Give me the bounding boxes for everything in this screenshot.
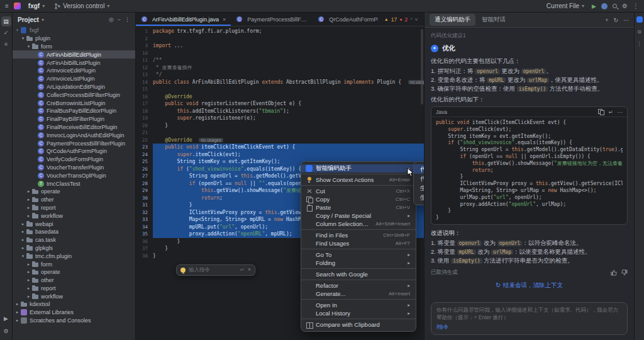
tree-item[interactable]: ▸other	[13, 276, 135, 285]
close-icon[interactable]: ×	[248, 266, 251, 274]
run-config-selector[interactable]: Current File▾	[544, 3, 587, 9]
tree-item[interactable]: FinalBusPayBillEditorPlugin	[13, 107, 135, 115]
tree-item[interactable]: ArInvoiceListPlugin	[13, 75, 135, 83]
tree-item[interactable]: ArFinAbiBillListPlugin	[13, 59, 135, 67]
menu-item[interactable]: Compare with Clipboard	[301, 320, 416, 329]
menu-item[interactable]: Go To▸	[301, 251, 416, 259]
submenu-item[interactable]: 代码解释	[414, 164, 424, 174]
menu-item[interactable]: Find UsagesAlt+F7	[301, 239, 416, 247]
code-line[interactable]: 15	[136, 86, 424, 93]
tree-item[interactable]: ▸operate	[13, 188, 135, 196]
tree-item[interactable]: ▾plugin	[13, 35, 135, 43]
tree-item[interactable]: FinalPayBillFilterPlugin	[13, 115, 135, 123]
code-line[interactable]: 2	[136, 35, 424, 43]
panel-options-icon[interactable]: ⋮	[125, 16, 130, 23]
structure-icon[interactable]: ≡	[1, 39, 11, 49]
thumbs-down-icon[interactable]	[621, 269, 628, 276]
menu-item[interactable]: CopyCtrl+C	[301, 195, 416, 203]
menu-item[interactable]: CutCtrl+X	[301, 187, 416, 195]
next-issue-icon[interactable]: v	[415, 16, 418, 22]
thumbs-up-icon[interactable]	[611, 269, 617, 276]
tree-item[interactable]: InnvocLoginAndAuthEditPlugin	[13, 131, 135, 139]
tree-item[interactable]: PaymentProcessBillFilterPlugin	[13, 139, 135, 147]
menu-item[interactable]: Show Context ActionsAlt+Enter	[301, 176, 416, 184]
submenu-item[interactable]: 代码优化	[414, 174, 424, 183]
code-line[interactable]: 14public class ArFinAbiBillEditPlugin ex…	[136, 79, 424, 86]
menu-item[interactable]: Refactor▸	[301, 281, 416, 290]
copy-code-icon[interactable]	[598, 109, 604, 115]
tab-smart-chat[interactable]: 智能对话	[477, 14, 511, 26]
tree-item[interactable]: ▸webapi	[13, 220, 135, 228]
tree-item[interactable]: VoucherTransferPlugin	[13, 164, 135, 172]
locate-file-icon[interactable]: ◎	[109, 16, 114, 23]
tree-item[interactable]: VoucherTransOplPlugin	[13, 171, 135, 179]
menu-item[interactable]: Local History▸	[301, 309, 416, 317]
code-line[interactable]: 16 @Override	[136, 93, 424, 101]
tree-item[interactable]: ▾tmc.cfm.plugin	[13, 252, 135, 260]
project-icon[interactable]: ▤	[1, 16, 11, 26]
tree-item[interactable]: ▾form	[13, 43, 135, 51]
submenu-item[interactable]: 生成注释	[414, 183, 424, 193]
tree-item[interactable]: ▸workflow	[13, 212, 135, 220]
tree-item[interactable]: ▸basedata	[13, 228, 135, 236]
insert-code-icon[interactable]: ↵	[608, 109, 613, 115]
code-line[interactable]: 24 super.itemClick(evt);	[136, 151, 424, 159]
close-tab-icon[interactable]: ×	[223, 16, 226, 23]
new-chat-icon[interactable]: +	[605, 17, 608, 23]
tree-item[interactable]: ▸form	[13, 260, 135, 268]
run-icon[interactable]: ▶	[1, 314, 11, 324]
chat-input[interactable]: 你有什么问题尽管问我，输入详细描述和上下文（如需求、代码），我会尽力帮助你（提示…	[431, 302, 628, 335]
command-hint[interactable]: /指令	[436, 324, 622, 331]
menu-item[interactable]: Copy / Paste Special▸	[301, 212, 416, 220]
tree-item[interactable]: ▸cas.task	[13, 236, 135, 244]
code-line[interactable]: 20 }	[136, 122, 424, 130]
tree-item[interactable]: ▸glpkgls	[13, 244, 135, 252]
main-menu-icon[interactable]: ≡	[5, 0, 9, 13]
code-line[interactable]: 3import ...	[136, 42, 424, 50]
submenu-item[interactable]: 生成单元测试	[414, 193, 424, 202]
lingma-icon[interactable]	[636, 16, 643, 23]
code-line[interactable]: 18 this.addItemClickListeners("tbmain");	[136, 108, 424, 115]
settings-icon[interactable]: ⚙	[1, 326, 11, 336]
run-button[interactable]: ▶	[592, 3, 596, 9]
editor-tab[interactable]: ArFinAbiBillEditPlugin.java×	[136, 13, 231, 26]
project-selector[interactable]: fxgf▾	[26, 3, 47, 9]
tree-item[interactable]: VerifyCodeFormPlugin	[13, 156, 135, 164]
editor-tab[interactable]: QrCodeAuthFormPlugin.java	[313, 13, 378, 26]
tree-item[interactable]: ▸workflow	[13, 292, 135, 300]
code-line[interactable]: 12 * 发票查看插件	[136, 64, 424, 72]
code-line[interactable]: 21	[136, 129, 424, 137]
tree-item[interactable]: ArInvoiceEditPlugin	[13, 67, 135, 75]
menu-item[interactable]: PasteCtrl+V	[301, 203, 416, 212]
code-line[interactable]: 17 public void registerListener(EventObj…	[136, 100, 424, 108]
more-icon[interactable]: ⋯	[618, 109, 623, 115]
end-session-link[interactable]: ↻结束会话，清除上下文	[431, 281, 628, 290]
more-icon[interactable]: ⋯	[623, 17, 629, 23]
more-icon[interactable]: ⋮	[637, 41, 642, 47]
menu-item[interactable]: Open In▸	[301, 301, 416, 309]
tree-item[interactable]: ▸other	[13, 196, 135, 204]
tree-item[interactable]: tmcClassTest	[13, 179, 135, 188]
commit-icon[interactable]: ✓	[1, 28, 11, 38]
code-line[interactable]: 23 public void itemClick(ItemClickEvent …	[136, 144, 424, 151]
refresh-icon[interactable]: ↻	[613, 17, 618, 23]
settings-icon[interactable]: ⚙	[622, 0, 628, 13]
code-line[interactable]: 13 */	[136, 71, 424, 79]
code-line[interactable]: 10	[136, 50, 424, 57]
vcs-widget[interactable]: Version control▾	[52, 3, 112, 9]
code-line[interactable]: 1package trx.tfxgf.fi.ar.plugin.form;	[136, 28, 424, 35]
code-line[interactable]: 11/**	[136, 57, 424, 64]
menu-item[interactable]: Folding▸	[301, 259, 416, 267]
menu-item[interactable]: Column Selection ModeAlt+Shift+Insert	[301, 220, 416, 228]
search-everywhere-icon[interactable]	[613, 0, 617, 13]
menu-item[interactable]: 智能编码助手▸	[301, 164, 416, 173]
tree-item[interactable]: FinalReceiveBillEditorPlugin	[13, 123, 135, 132]
prev-issue-icon[interactable]: ^	[410, 16, 413, 22]
tree-item[interactable]: ▸kdextssl	[13, 300, 135, 309]
inspections-widget[interactable]: ▲ 17 ● 2 ^ v	[378, 13, 424, 26]
menu-item[interactable]: Search with Google	[301, 270, 416, 278]
tree-item[interactable]: ▸report	[13, 285, 135, 293]
inline-chat-widget[interactable]: 输入指令 ↵ ×	[176, 264, 255, 276]
history-label[interactable]: 代码优化建议1	[431, 32, 628, 40]
tree-item[interactable]: ArLiquidationEditPlugin	[13, 83, 135, 91]
